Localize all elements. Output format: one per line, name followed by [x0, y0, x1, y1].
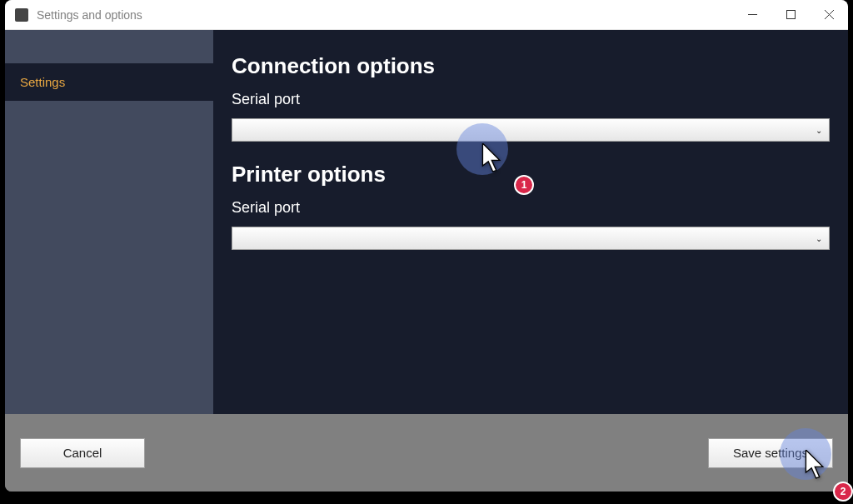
content-area: Settings Connection options Serial port …: [5, 30, 848, 414]
close-button[interactable]: [810, 0, 848, 29]
svg-rect-1: [786, 11, 795, 19]
app-icon: [15, 8, 28, 22]
save-settings-button[interactable]: Save settings: [708, 438, 833, 468]
dropdown-connection-serial-port[interactable]: ⌄: [232, 118, 830, 142]
chevron-down-icon: ⌄: [816, 234, 822, 243]
dropdown-printer-serial-port[interactable]: ⌄: [232, 227, 830, 250]
field-label-connection-port: Serial port: [232, 91, 830, 108]
sidebar: Settings: [5, 30, 213, 414]
save-button-label: Save settings: [733, 446, 808, 460]
minimize-button[interactable]: [733, 0, 771, 29]
settings-window: Settings and options Settings Connection…: [5, 0, 848, 492]
sidebar-item-label: Settings: [20, 75, 65, 89]
titlebar: Settings and options: [5, 0, 848, 30]
sidebar-item-settings[interactable]: Settings: [5, 63, 213, 101]
window-title: Settings and options: [37, 8, 733, 22]
footer: Cancel Save settings: [5, 414, 848, 492]
window-controls: [733, 0, 848, 29]
cancel-button[interactable]: Cancel: [20, 438, 145, 468]
cancel-button-label: Cancel: [63, 446, 102, 460]
chevron-down-icon: ⌄: [816, 126, 822, 135]
section-heading-connection: Connection options: [232, 53, 830, 79]
maximize-button[interactable]: [771, 0, 810, 29]
field-label-printer-port: Serial port: [232, 199, 830, 217]
sidebar-spacer: [5, 30, 213, 63]
main-panel: Connection options Serial port ⌄ Printer…: [213, 30, 848, 414]
section-heading-printer: Printer options: [232, 162, 830, 187]
